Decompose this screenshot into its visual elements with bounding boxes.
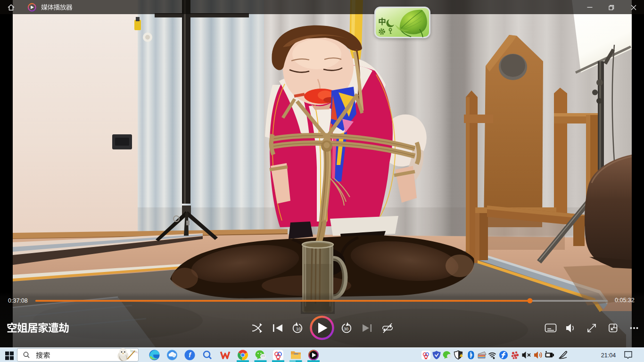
svg-text:10: 10 <box>296 327 301 331</box>
svg-text:!: ! <box>461 354 462 357</box>
svg-text:21:04: 21:04 <box>601 352 616 359</box>
svg-text:30: 30 <box>344 327 348 331</box>
svg-text:0:05:32: 0:05:32 <box>615 297 635 304</box>
svg-text:0:37:08: 0:37:08 <box>8 297 28 304</box>
